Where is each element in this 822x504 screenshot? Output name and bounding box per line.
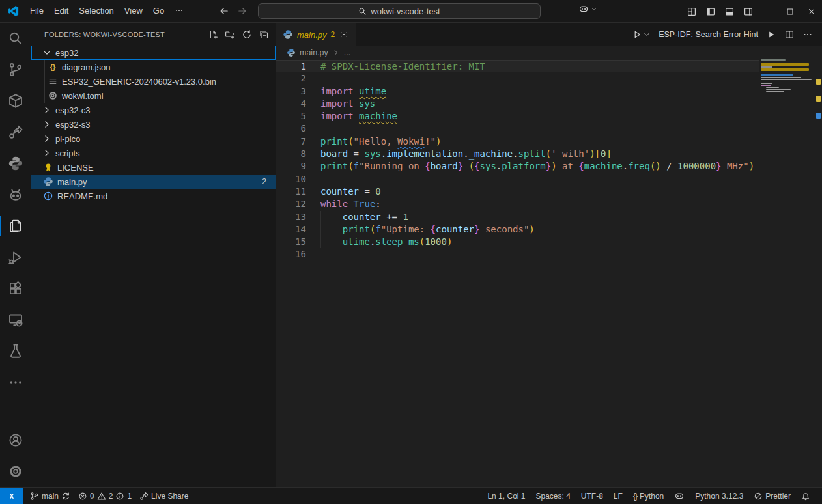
tree-item-label: esp32-s3 <box>55 120 90 130</box>
menu-overflow[interactable] <box>169 4 189 19</box>
espidf-action-label[interactable]: ESP-IDF: Search Error Hint <box>659 30 758 39</box>
activity-run-debug[interactable] <box>0 242 31 273</box>
code-line-10[interactable]: 10 <box>276 173 759 186</box>
code-line-15[interactable]: 15 utime.sleep_ms(1000) <box>276 236 759 248</box>
tree-item-esp32-generic-20240602-v1.23.0.bin[interactable]: ESP32_GENERIC-20240602-v1.23.0.bin <box>31 74 276 89</box>
code-line-14[interactable]: 14 print(f"Uptime: {counter} seconds") <box>276 223 759 236</box>
menu-go[interactable]: Go <box>148 4 169 19</box>
tree-item-label: esp32-c3 <box>55 105 90 115</box>
overview-ruler[interactable] <box>814 23 822 487</box>
copilot-status[interactable] <box>669 488 690 504</box>
tree-item-pi-pico[interactable]: pi-pico <box>31 132 276 146</box>
split-editor-icon[interactable] <box>784 29 795 40</box>
activity-live-share[interactable] <box>0 117 31 148</box>
toggle-primary-sidebar-button[interactable] <box>701 0 720 23</box>
code-line-1[interactable]: 1# SPDX-License-Identifier: MIT <box>276 60 759 72</box>
code-line-13[interactable]: 13 counter += 1 <box>276 211 759 223</box>
toggle-panel-button[interactable] <box>720 0 739 23</box>
tree-item-readme.md[interactable]: README.md <box>31 189 276 203</box>
new-folder-icon[interactable] <box>223 28 236 41</box>
indentation-status[interactable]: Spaces: 4 <box>530 488 575 504</box>
code-line-5[interactable]: 5import machine <box>276 110 759 122</box>
tree-item-main.py[interactable]: main.py2 <box>31 175 276 189</box>
tree-item-license[interactable]: LICENSE <box>31 160 276 175</box>
activity-remote-explorer[interactable] <box>0 304 31 335</box>
tree-item-wokwi.toml[interactable]: wokwi.toml <box>31 89 276 103</box>
window-close-button[interactable] <box>801 0 822 23</box>
customize-layout-button[interactable] <box>682 0 701 23</box>
back-arrow-icon[interactable] <box>219 6 229 16</box>
remote-indicator[interactable] <box>0 488 23 504</box>
maximize-icon <box>786 7 795 16</box>
activity-settings[interactable] <box>0 456 31 487</box>
breadcrumb-tail[interactable]: ... <box>344 48 350 57</box>
activity-source-control[interactable] <box>0 54 31 85</box>
activity-python[interactable] <box>0 148 31 179</box>
code-line-16[interactable]: 16 <box>276 248 759 260</box>
branch-status[interactable]: main <box>26 488 74 504</box>
language-mode-status[interactable]: {} Python <box>628 488 669 504</box>
menu-file[interactable]: File <box>25 4 49 19</box>
breadcrumb-file[interactable]: main.py <box>300 48 328 57</box>
tab-main-py[interactable]: main.py 2 <box>276 23 356 46</box>
code-line-7[interactable]: 7print("Hello, Wokwi!") <box>276 135 759 148</box>
code-line-12[interactable]: 12while True: <box>276 198 759 210</box>
window-maximize-button[interactable] <box>779 0 801 23</box>
notifications-status[interactable] <box>796 488 815 504</box>
refresh-icon[interactable] <box>240 28 253 41</box>
tree-item-esp32-s3[interactable]: esp32-s3 <box>31 117 276 132</box>
tree-item-diagram.json[interactable]: {}diagram.json <box>31 60 276 74</box>
tree-item-esp32-c3[interactable]: esp32-c3 <box>31 103 276 117</box>
activity-extensions[interactable] <box>0 273 31 304</box>
chevron-down-icon <box>590 5 598 13</box>
code-line-2[interactable]: 2 <box>276 72 759 85</box>
activity-wokwi[interactable] <box>0 179 31 210</box>
panel-bottom-icon <box>724 7 735 17</box>
minimap[interactable] <box>759 59 814 94</box>
explorer-section-header[interactable]: FOLDERS: WOKWI-VSCODE-TEST <box>44 31 206 38</box>
live-share-status[interactable]: Live Share <box>135 488 192 504</box>
forward-arrow-icon[interactable] <box>237 6 248 16</box>
code-line-4[interactable]: 4import sys <box>276 98 759 110</box>
code-line-11[interactable]: 11counter = 0 <box>276 186 759 198</box>
tab-close-icon[interactable] <box>339 29 349 40</box>
line-number: 8 <box>276 148 306 160</box>
line-number: 1 <box>276 61 306 72</box>
code-line-9[interactable]: 9print(f"Running on {board} ({sys.platfo… <box>276 160 759 173</box>
tree-item-scripts[interactable]: scripts <box>31 146 276 160</box>
line-content: import sys <box>306 98 375 110</box>
minimize-icon <box>764 7 773 16</box>
python-interpreter-status[interactable]: Python 3.12.3 <box>690 488 748 504</box>
code-line-6[interactable]: 6 <box>276 122 759 135</box>
activity-more[interactable] <box>0 367 31 398</box>
menu-edit[interactable]: Edit <box>49 4 74 19</box>
live-share-icon <box>8 124 23 140</box>
code-line-3[interactable]: 3import utime <box>276 85 759 98</box>
tree-item-esp32[interactable]: esp32 <box>31 46 276 60</box>
collapse-all-icon[interactable] <box>257 28 270 41</box>
breadcrumb[interactable]: main.py ... <box>276 46 822 60</box>
cursor-position-status[interactable]: Ln 1, Col 1 <box>482 488 530 504</box>
menu-selection[interactable]: Selection <box>74 4 119 19</box>
window-minimize-button[interactable] <box>758 0 779 23</box>
run-python-file-icon[interactable] <box>766 29 776 40</box>
sync-icon[interactable] <box>61 492 70 501</box>
more-actions-icon[interactable] <box>802 29 813 40</box>
menu-view[interactable]: View <box>119 4 148 19</box>
new-file-icon[interactable] <box>206 28 220 41</box>
problems-status[interactable]: 0 2 1 <box>74 488 135 504</box>
toggle-secondary-sidebar-button[interactable] <box>739 0 758 23</box>
eol-status[interactable]: LF <box>608 488 628 504</box>
activity-testing[interactable] <box>0 335 31 367</box>
activity-account[interactable] <box>0 425 31 456</box>
activity-cube[interactable] <box>0 85 31 117</box>
encoding-status[interactable]: UTF-8 <box>576 488 608 504</box>
formatter-status[interactable]: Prettier <box>748 488 796 504</box>
activity-files[interactable] <box>0 210 31 242</box>
code-line-8[interactable]: 8board = sys.implementation._machine.spl… <box>276 148 759 160</box>
copilot-menu[interactable] <box>578 4 598 14</box>
run-dropdown-button[interactable] <box>632 29 651 40</box>
code-area[interactable]: 1# SPDX-License-Identifier: MIT23import … <box>276 60 759 487</box>
command-center-search[interactable]: wokwi-vscode-test <box>258 3 541 19</box>
activity-search[interactable] <box>0 23 31 54</box>
